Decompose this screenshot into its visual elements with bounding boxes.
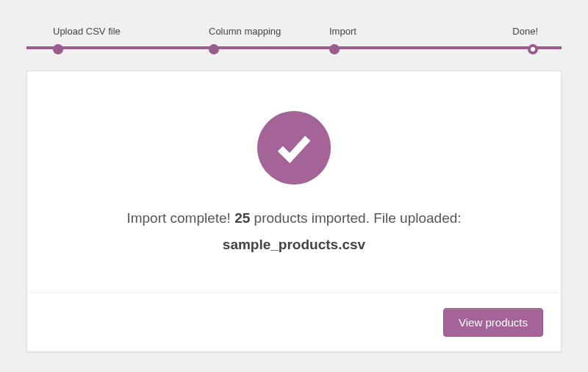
step-column-mapping: Column mapping (157, 26, 313, 54)
imported-count: 25 (234, 210, 250, 226)
step-marker-current-icon (528, 44, 538, 54)
step-label: Done! (512, 26, 538, 37)
message-mid: products imported. File uploaded: (250, 210, 461, 226)
card-footer: View products (27, 293, 561, 351)
wizard-stepper: Upload CSV file Column mapping Import Do… (26, 26, 562, 54)
step-upload: Upload CSV file (26, 26, 157, 54)
step-label: Import (329, 26, 356, 37)
step-marker-done-icon (53, 44, 63, 54)
message-prefix: Import complete! (126, 210, 234, 226)
uploaded-filename: sample_products.csv (126, 233, 461, 257)
import-complete-message: Import complete! 25 products imported. F… (126, 207, 461, 257)
step-marker-done-icon (329, 44, 340, 54)
step-import: Import (313, 26, 434, 54)
step-done: Done! (434, 26, 562, 54)
step-label: Upload CSV file (53, 26, 121, 37)
view-products-button[interactable]: View products (443, 308, 543, 337)
step-label: Column mapping (209, 26, 281, 37)
card-body: Import complete! 25 products imported. F… (27, 71, 561, 293)
import-wizard-container: Upload CSV file Column mapping Import Do… (0, 0, 588, 365)
success-checkmark-icon (257, 111, 331, 185)
step-marker-done-icon (209, 44, 219, 54)
import-result-card: Import complete! 25 products imported. F… (26, 71, 562, 352)
